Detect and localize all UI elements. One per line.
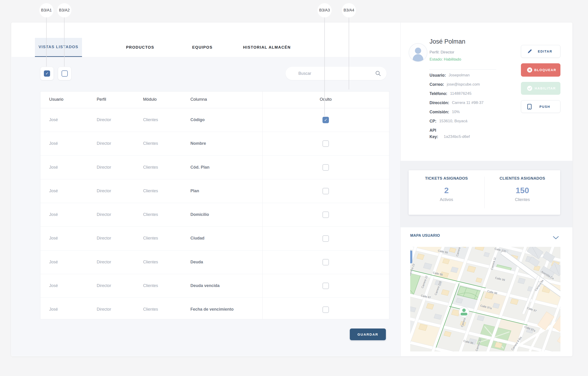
field-label: API Key: [430, 127, 441, 140]
field-label: Correo: [430, 81, 444, 88]
tab-productos-label: PRODUCTOS [126, 45, 154, 50]
table-row: José Director Clientes Plan [40, 179, 389, 203]
tab-vistas-listados[interactable]: VISTAS LISTADOS [35, 38, 82, 57]
field-cp: CP: 153610, Boyacá [430, 118, 519, 124]
oculto-checkbox[interactable] [323, 164, 329, 171]
header-usuario: Usuario [49, 97, 63, 102]
field-value: 10% [452, 109, 460, 115]
oculto-checkbox[interactable] [323, 259, 329, 265]
cell-usuario: José [49, 283, 58, 288]
tab-historial-almacen[interactable]: HISTORIAL ALMACÉN [237, 38, 297, 57]
profile-divider [429, 69, 496, 70]
field-comision: Comisión: 10% [430, 109, 519, 115]
cell-perfil: Director [97, 260, 111, 264]
field-direccion: Dirección: Carrera 11 #98-37 [430, 100, 519, 106]
cell-perfil: Director [97, 283, 111, 288]
cell-usuario: José [49, 307, 58, 312]
cell-columna: Ciudad [190, 236, 204, 241]
cell-columna: Plan [190, 188, 199, 193]
cell-perfil: Director [97, 165, 111, 170]
stat-tickets-title: TICKETS ASIGNADOS [409, 176, 484, 181]
field-value: 1a234bc5-d6ef [444, 134, 470, 140]
cell-modulo: Clientes [143, 165, 158, 170]
cell-modulo: Clientes [143, 283, 158, 288]
avatar [409, 43, 427, 62]
secondary-checkbox[interactable] [62, 70, 68, 77]
callout-line-a3 [324, 17, 325, 116]
user-map[interactable]: Calle 99 Carrera Calle 100 Carrera 11 Ca… [410, 247, 560, 351]
stat-clientes-sub: Clientes [485, 197, 560, 202]
panel-divider [400, 22, 401, 356]
stats-card: TICKETS ASIGNADOS 2 Activos CLIENTES ASI… [409, 170, 560, 215]
oculto-checkbox[interactable] [323, 117, 329, 123]
callout-b3a3-label: B3/A3 [319, 8, 330, 13]
cell-usuario: José [49, 260, 58, 264]
user-marker-icon[interactable] [459, 307, 469, 317]
table-row: José Director Clientes Cód. Plan [40, 156, 389, 179]
oculto-checkbox[interactable] [323, 211, 329, 218]
map-canvas [410, 247, 560, 351]
oculto-checkbox[interactable] [323, 235, 329, 242]
oculto-checkbox[interactable] [323, 140, 329, 147]
secondary-checkbox-tile[interactable] [58, 67, 71, 80]
callout-b3a4-label: B3/A4 [344, 8, 354, 13]
search-box[interactable] [285, 67, 387, 80]
block-button[interactable]: BLOQUEAR [521, 63, 560, 77]
search-input[interactable] [298, 71, 375, 76]
field-correo: Correo: jose@ispcube.com [430, 81, 519, 88]
save-button[interactable]: GUARDAR [350, 329, 386, 340]
cell-usuario: José [49, 165, 58, 170]
callout-b3a4: B3/A4 [342, 3, 356, 17]
field-value: jose@ispcube.com [447, 81, 480, 88]
cell-modulo: Clientes [143, 188, 158, 193]
cell-usuario: José [49, 188, 58, 193]
cell-usuario: José [49, 212, 58, 217]
table-row: José Director Clientes Fecha de vencimie… [40, 298, 389, 321]
profile-role: Perfil: Director [430, 50, 454, 55]
cell-modulo: Clientes [143, 260, 158, 264]
tab-equipos-label: EQUIPOS [192, 45, 213, 50]
map-section-title: MAPA USUARIO [410, 234, 440, 238]
field-api-key: API Key: 1a234bc5-d6ef [430, 127, 519, 140]
chevron-down-icon[interactable] [553, 236, 559, 240]
select-all-checkbox[interactable] [44, 70, 50, 77]
select-all-checkbox-tile[interactable] [40, 67, 54, 80]
columns-table: Usuario Perfil Módulo Columna Oculto Jos… [40, 91, 389, 319]
oculto-checkbox[interactable] [323, 188, 329, 194]
cell-columna: Fecha de vencimiento [190, 307, 234, 312]
table-row: José Director Clientes Deuda vencida [40, 274, 389, 298]
cell-perfil: Director [97, 307, 111, 312]
stat-clientes-title: CLIENTES ASIGNADOS [485, 176, 560, 181]
search-icon[interactable] [375, 70, 381, 76]
stat-tickets: TICKETS ASIGNADOS 2 Activos [409, 170, 484, 215]
field-telefono: Teléfono: 1148876245 [430, 90, 519, 97]
edit-button[interactable]: EDITAR [521, 45, 560, 58]
circle-check-icon [527, 85, 533, 91]
callout-b3a2-label: B3/A2 [59, 8, 70, 13]
cell-columna: Cód. Plan [190, 165, 209, 170]
field-label: Usuario: [430, 72, 446, 78]
profile-name: José Polman [430, 38, 465, 45]
tab-historial-almacen-label: HISTORIAL ALMACÉN [243, 45, 291, 50]
tab-equipos[interactable]: EQUIPOS [184, 38, 221, 57]
cell-perfil: Director [97, 188, 111, 193]
cell-modulo: Clientes [143, 212, 158, 217]
field-usuario: Usuario: Josepolman [430, 72, 519, 78]
cell-modulo: Clientes [143, 117, 158, 122]
stat-clientes: CLIENTES ASIGNADOS 150 Clientes [485, 170, 560, 215]
oculto-checkbox[interactable] [323, 306, 329, 313]
table-row: José Director Clientes Domicilio [40, 203, 389, 227]
map-control[interactable] [410, 251, 412, 263]
tab-productos[interactable]: PRODUCTOS [120, 38, 161, 57]
enable-button[interactable]: HABILITAR [521, 82, 560, 95]
callout-b3a3: B3/A3 [317, 3, 332, 17]
tab-vistas-listados-label: VISTAS LISTADOS [39, 45, 78, 49]
cell-modulo: Clientes [143, 141, 158, 146]
edit-button-label: EDITAR [532, 50, 558, 53]
cell-usuario: José [49, 117, 58, 122]
cell-modulo: Clientes [143, 236, 158, 241]
field-label: Comisión: [430, 109, 449, 115]
oculto-checkbox[interactable] [323, 283, 329, 289]
push-button[interactable]: PUSH [521, 100, 560, 113]
cell-columna: Nombre [190, 141, 206, 146]
